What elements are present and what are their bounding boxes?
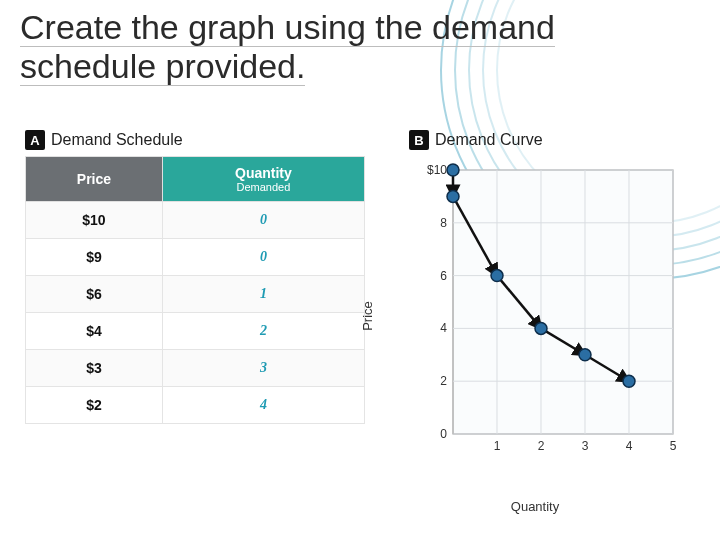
table-row: $61	[26, 276, 365, 313]
panel-a-header: A Demand Schedule	[25, 130, 365, 150]
panel-b-title: Demand Curve	[435, 131, 543, 149]
svg-text:5: 5	[670, 439, 677, 453]
panel-b-badge: B	[409, 130, 429, 150]
price-cell: $3	[26, 350, 163, 387]
y-axis-label: Price	[360, 301, 375, 331]
svg-point-29	[447, 190, 459, 202]
qty-cell: 4	[162, 387, 364, 424]
table-row: $24	[26, 387, 365, 424]
svg-rect-0	[453, 170, 673, 434]
qty-cell: 0	[162, 239, 364, 276]
panel-b-header: B Demand Curve	[409, 130, 695, 150]
price-cell: $2	[26, 387, 163, 424]
qty-header-line2: Demanded	[169, 181, 358, 193]
panel-a-title: Demand Schedule	[51, 131, 183, 149]
qty-header-line1: Quantity	[235, 165, 292, 181]
price-cell: $10	[26, 202, 163, 239]
svg-text:4: 4	[440, 321, 447, 335]
col-price-header: Price	[26, 157, 163, 202]
qty-cell: 3	[162, 350, 364, 387]
qty-cell: 2	[162, 313, 364, 350]
svg-text:2: 2	[538, 439, 545, 453]
table-row: $90	[26, 239, 365, 276]
price-cell: $9	[26, 239, 163, 276]
svg-point-28	[447, 164, 459, 176]
svg-text:6: 6	[440, 269, 447, 283]
svg-text:4: 4	[626, 439, 633, 453]
svg-text:8: 8	[440, 216, 447, 230]
x-axis-label: Quantity	[511, 499, 559, 514]
svg-point-31	[535, 322, 547, 334]
qty-cell: 0	[162, 202, 364, 239]
panel-b: B Demand Curve Price 02468$1012345 Quant…	[385, 130, 695, 520]
chart-area: Price 02468$1012345 Quantity	[385, 156, 685, 476]
panel-a-badge: A	[25, 130, 45, 150]
svg-text:2: 2	[440, 374, 447, 388]
table-row: $42	[26, 313, 365, 350]
title-line-2: schedule provided.	[20, 47, 305, 86]
col-qty-header: Quantity Demanded	[162, 157, 364, 202]
table-row: $100	[26, 202, 365, 239]
panel-a: A Demand Schedule Price Quantity Demande…	[25, 130, 365, 520]
svg-point-30	[491, 270, 503, 282]
title-line-1: Create the graph using the demand	[20, 8, 555, 47]
price-cell: $4	[26, 313, 163, 350]
demand-schedule-table: Price Quantity Demanded $100$90$61$42$33…	[25, 156, 365, 424]
price-cell: $6	[26, 276, 163, 313]
qty-cell: 1	[162, 276, 364, 313]
table-row: $33	[26, 350, 365, 387]
svg-text:1: 1	[494, 439, 501, 453]
page-title: Create the graph using the demand schedu…	[20, 8, 700, 86]
svg-text:$10: $10	[427, 163, 447, 177]
demand-curve-chart: 02468$1012345	[423, 162, 685, 462]
svg-point-33	[623, 375, 635, 387]
svg-text:0: 0	[440, 427, 447, 441]
svg-point-32	[579, 349, 591, 361]
svg-text:3: 3	[582, 439, 589, 453]
